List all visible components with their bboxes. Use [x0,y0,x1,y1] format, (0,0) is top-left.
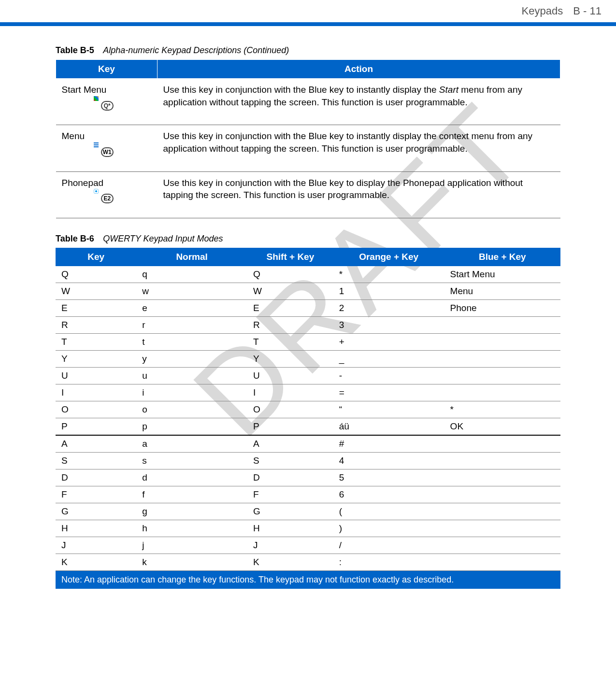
cell [444,537,560,554]
cell: S [247,452,333,469]
cell [444,350,560,367]
cell: F [56,486,136,503]
key-name: Menu [62,131,85,141]
keycap-icon: Q* [96,99,152,112]
cell: I [247,384,333,401]
cell [444,469,560,486]
cell: + [333,333,444,350]
cell: OK [444,418,560,435]
cell: Y [56,350,136,367]
cell: 4 [333,452,444,469]
cell: 6 [333,486,444,503]
header-section: Keypads [522,5,563,20]
cell [444,333,560,350]
cell [444,520,560,537]
cell: h [136,520,247,537]
key-name: Phonepad [62,178,104,188]
cell: H [247,520,333,537]
cell: Y [247,350,333,367]
cell: y [136,350,247,367]
table-row: FfF6 [56,486,560,503]
header-page [565,5,571,20]
table-row: PpPáüOK [56,418,560,435]
cell: # [333,435,444,453]
table-row: SsS4 [56,452,560,469]
cell: R [56,316,136,333]
table-row: YyY_ [56,350,560,367]
table-row: EeE2Phone [56,299,560,316]
keycap-icon: W1 [96,145,152,158]
key-name: Start Menu [62,85,107,95]
cell: 3 [333,316,444,333]
cell: s [136,452,247,469]
action-cell: Use this key in conjunction with the Blu… [158,171,560,218]
cell [444,452,560,469]
cell: Phone [444,299,560,316]
cell: O [247,401,333,418]
cell: w [136,283,247,299]
cell: * [333,266,444,283]
cell: W [56,283,136,299]
table6-header-shift: Shift + Key [247,248,333,266]
windows-icon [94,96,99,101]
cell: = [333,384,444,401]
cell: g [136,503,247,520]
table-row: TtT+ [56,333,560,350]
table5-header-key: Key [56,60,158,79]
cell: f [136,486,247,503]
cell: T [56,333,136,350]
cell: “ [333,401,444,418]
cell: : [333,554,444,570]
table6-note: Note: An application can change the key … [56,570,560,589]
action-cell: Use this key in conjunction with the Blu… [158,125,560,171]
table6-header-orange: Orange + Key [333,248,444,266]
cell: K [56,554,136,570]
table6-caption-bold: Table B-6 [56,234,94,243]
cell: P [247,418,333,435]
cell: J [56,537,136,554]
cell: Q [56,266,136,283]
table6-caption-title: QWERTY Keypad Input Modes [103,234,223,243]
table-row: UuU- [56,367,560,384]
cell [444,384,560,401]
cell: G [56,503,136,520]
table-row: KkK: [56,554,560,570]
page-header: Keypads B - 11 [0,0,616,22]
header-blue-bar [0,22,616,26]
cell: A [247,435,333,453]
cell: Start Menu [444,266,560,283]
header-page-num: B - 11 [573,5,602,20]
cell: ( [333,503,444,520]
cell: 2 [333,299,444,316]
table5-header-action: Action [158,60,560,79]
cell: 5 [333,469,444,486]
cell: Menu [444,283,560,299]
cell: * [444,401,560,418]
cell: - [333,367,444,384]
cell [444,367,560,384]
table-row: GgG( [56,503,560,520]
cell: P [56,418,136,435]
cell: 1 [333,283,444,299]
table-row: IiI= [56,384,560,401]
keycap-q-icon: Q* [101,101,114,111]
menu-icon [94,142,99,147]
cell: R [247,316,333,333]
table6-header-normal: Normal [136,248,247,266]
table-row: Phonepad E2 Use this key in conjunction … [56,171,560,218]
table6-caption: Table B-6 QWERTY Keypad Input Modes [56,234,560,244]
table-row: OoO“* [56,401,560,418]
table-row: HhH) [56,520,560,537]
cell [444,316,560,333]
cell: áü [333,418,444,435]
cell [444,486,560,503]
table6-header-blue: Blue + Key [444,248,560,266]
table-row: WwW1Menu [56,283,560,299]
cell: U [56,367,136,384]
table6: Key Normal Shift + Key Orange + Key Blue… [56,248,560,589]
cell [444,503,560,520]
keycap-e-icon: E2 [101,194,114,203]
cell: t [136,333,247,350]
cell: o [136,401,247,418]
action-text-pre: Use this key in conjunction with the Blu… [163,85,439,95]
